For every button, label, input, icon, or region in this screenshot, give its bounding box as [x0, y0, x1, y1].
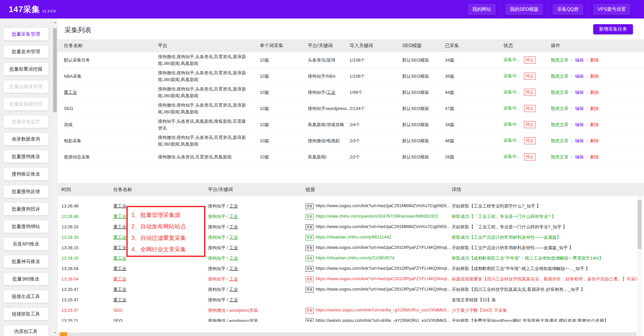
action-separator: |	[586, 122, 587, 127]
stop-button[interactable]: 停止	[524, 137, 535, 144]
view-badge[interactable]: 查看	[306, 203, 314, 209]
sidebar-item[interactable]: 搜狗验证推送	[3, 168, 48, 180]
edit-link[interactable]: 编辑	[575, 138, 583, 143]
edit-link[interactable]: 编辑	[575, 154, 583, 159]
sidebar-item[interactable]: 链接抓取工具	[3, 308, 48, 320]
log-task-text: 重工业	[113, 235, 126, 240]
sidebar-item[interactable]: 伪原创工具	[3, 325, 48, 336]
log-keyword: 工业	[229, 203, 238, 209]
delete-link[interactable]: 删除	[590, 122, 599, 127]
log-scrollbar-thumb[interactable]	[638, 200, 642, 249]
preview-article-link[interactable]: 预览文章	[551, 122, 568, 127]
nav-item[interactable]: VPS拨号设置	[593, 4, 631, 15]
delete-link[interactable]: 删除	[590, 90, 599, 95]
stop-button[interactable]: 停止	[524, 105, 535, 112]
view-badge[interactable]: 查看	[306, 308, 314, 313]
sidebar-item[interactable]: 批量短视频管理	[3, 98, 48, 110]
edit-link[interactable]: 编辑	[575, 58, 583, 63]
edit-link[interactable]: 编辑	[575, 122, 583, 127]
main-vertical-scrollbar[interactable]: ▲ ▼	[53, 20, 57, 336]
task-imported: 2/134个	[350, 106, 402, 112]
log-pk-prefix: 搜狗知乎 /	[208, 235, 229, 240]
stop-button[interactable]: 停止	[524, 121, 535, 128]
sidebar-item[interactable]: 批量排名监控	[3, 115, 48, 128]
delete-link[interactable]: 删除	[590, 154, 599, 159]
task-status: 采集中... 停止	[504, 153, 551, 160]
preview-article-link[interactable]: 预览文章	[551, 138, 568, 143]
task-platforms: 搜狗微信,头条资讯,百度资讯,凤凰新闻	[158, 154, 260, 160]
preview-article-link[interactable]: 预览文章	[551, 58, 568, 63]
preview-article-link[interactable]: 预览文章	[551, 74, 568, 79]
view-badge[interactable]: 查看	[306, 266, 314, 272]
sidebar-item[interactable]: 收录数据查询	[3, 133, 48, 145]
preview-article-link[interactable]: 预览文章	[551, 106, 568, 111]
sidebar-item[interactable]: 批量搜狗绑站	[3, 220, 48, 233]
sidebar-item[interactable]: 批量搜狗反馈	[3, 185, 48, 198]
sidebar-item[interactable]: 批量神马推送	[3, 255, 48, 268]
stop-button[interactable]: 停止	[524, 89, 535, 96]
view-badge[interactable]: 查看	[306, 214, 314, 220]
horizontal-scrollbar[interactable]	[58, 332, 637, 336]
log-task-text: 重工业	[113, 266, 126, 271]
view-badge[interactable]: 查看	[306, 245, 314, 251]
log-url[interactable]: https://www.sogou.com/link?url=hedJjaC29…	[316, 266, 450, 271]
log-url[interactable]: https://zhuanlan.zhihu.com/p/210803574	[316, 255, 394, 260]
stop-button[interactable]: 停止	[524, 73, 535, 80]
scroll-down-icon[interactable]: ▼	[53, 331, 57, 335]
log-url[interactable]: https://www.zhihu.com/question/324787199…	[316, 214, 438, 219]
log-url[interactable]: https://www.sogou.com/link?url=hedJjaC29…	[316, 276, 450, 281]
nav-item[interactable]: 我的网站	[468, 4, 496, 15]
log-url[interactable]: https://www.sogou.com/link?url=hedJjaC29…	[316, 203, 450, 208]
log-time: 13:26:15	[58, 256, 113, 261]
log-url[interactable]: https://www.sogou.com/link?url=hedJjaC29…	[316, 287, 450, 292]
add-task-button[interactable]: 新增采集任务	[593, 24, 633, 34]
log-task: SEO	[113, 318, 208, 322]
view-badge[interactable]: 查看	[306, 256, 314, 261]
view-badge[interactable]: 查看	[306, 224, 314, 230]
log-task-text: 重工业	[113, 276, 126, 282]
preview-article-link[interactable]: 预览文章	[551, 154, 568, 159]
view-badge[interactable]: 查看	[306, 287, 314, 293]
sidebar-item[interactable]: 批量搜狗投诉	[3, 203, 48, 215]
sidebar-item[interactable]: 批量权重词挖掘	[3, 63, 48, 75]
edit-link[interactable]: 编辑	[575, 106, 583, 111]
view-badge[interactable]: 查看	[306, 318, 314, 322]
sidebar-item[interactable]: 批量360推送	[3, 273, 48, 285]
sidebar-item[interactable]: 链接生成工具	[3, 290, 48, 303]
edit-link[interactable]: 编辑	[575, 74, 583, 79]
log-time: 13:26:33	[58, 224, 113, 229]
log-url[interactable]: https://weixin.sogou.com/link?url=dn9a_-…	[316, 307, 450, 312]
annotation-line: 4、全网行业文章采集	[131, 244, 204, 255]
delete-link[interactable]: 删除	[590, 106, 599, 111]
log-link-cell: 查看https://weixin.sogou.com/link?url=dn9a…	[306, 318, 452, 322]
log-platform-keyword: 搜狗知乎 / 工业	[208, 234, 306, 240]
sidebar-item[interactable]: 批量发布管理	[3, 45, 48, 58]
log-url[interactable]: https://weixin.sogou.com/link?url=dn9a_-…	[316, 318, 450, 322]
main-scrollbar-thumb[interactable]	[53, 28, 57, 112]
task-status: 采集中... 停止	[504, 121, 551, 128]
log-url[interactable]: https://www.sogou.com/link?url=hedJjaC29…	[316, 245, 450, 250]
scroll-up-icon[interactable]: ▲	[53, 20, 57, 25]
log-vertical-scrollbar[interactable]: ▼	[637, 196, 642, 336]
sidebar-item[interactable]: 批量搜狗推送	[3, 150, 48, 163]
sidebar-item[interactable]: 百度API推送	[3, 238, 48, 250]
nav-item[interactable]: 我的SEO模版	[505, 4, 544, 15]
task-platform-keyword: 凤凰新闻/	[308, 154, 350, 160]
delete-link[interactable]: 删除	[590, 138, 599, 143]
view-badge[interactable]: 查看	[306, 276, 314, 282]
horizontal-scrollbar-thumb[interactable]	[60, 332, 67, 336]
sidebar-item[interactable]: 批量自媒体管理	[3, 80, 48, 93]
stop-button[interactable]: 停止	[524, 57, 535, 64]
stop-button[interactable]: 停止	[524, 153, 535, 160]
log-url[interactable]: https://zhuanlan.zhihu.com/p/66111442	[316, 234, 391, 239]
edit-link[interactable]: 编辑	[575, 90, 583, 95]
nav-item[interactable]: 采集QQ群	[553, 4, 583, 15]
preview-article-link[interactable]: 预览文章	[551, 90, 568, 95]
sidebar-item[interactable]: 批量采集管理	[3, 28, 48, 40]
log-time: 13:25:47	[58, 287, 113, 292]
task-table-body: 默认采集任务 搜狗微信,搜狗知乎,头条资讯,百度资讯,新浪新闻,360新闻,凤凰…	[58, 52, 644, 165]
view-badge[interactable]: 查看	[306, 235, 314, 240]
delete-link[interactable]: 删除	[590, 58, 599, 63]
log-url[interactable]: https://www.sogou.com/link?url=hedJjaC29…	[316, 224, 450, 229]
delete-link[interactable]: 删除	[590, 74, 599, 79]
